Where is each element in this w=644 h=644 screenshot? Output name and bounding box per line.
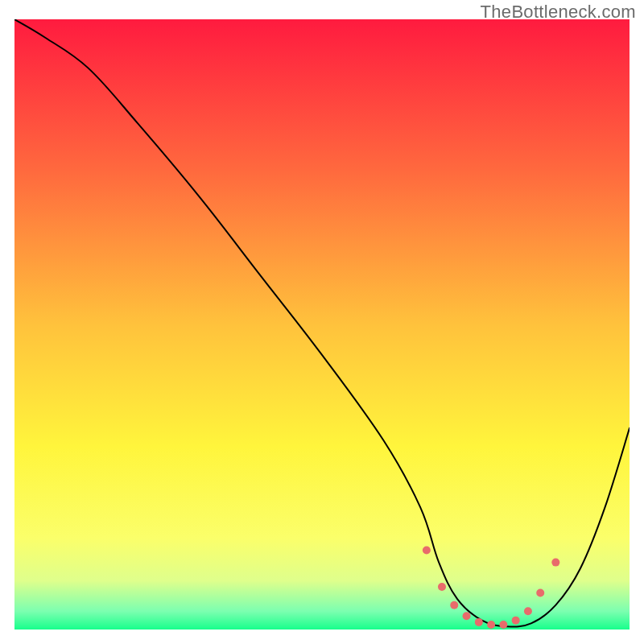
marker-dot — [475, 618, 483, 626]
chart-container: TheBottleneck.com — [0, 0, 644, 644]
watermark-label: TheBottleneck.com — [481, 2, 636, 23]
marker-dot — [512, 617, 520, 625]
marker-dot — [423, 546, 431, 554]
gradient-background — [14, 19, 630, 630]
marker-dot — [499, 621, 507, 629]
marker-dot — [536, 589, 544, 597]
marker-dot — [551, 559, 559, 567]
marker-dot — [463, 612, 471, 620]
chart-svg — [14, 19, 630, 630]
marker-dot — [524, 607, 532, 615]
plot-area — [14, 19, 630, 630]
marker-dot — [487, 621, 495, 629]
marker-dot — [438, 583, 446, 591]
marker-dot — [450, 601, 458, 609]
